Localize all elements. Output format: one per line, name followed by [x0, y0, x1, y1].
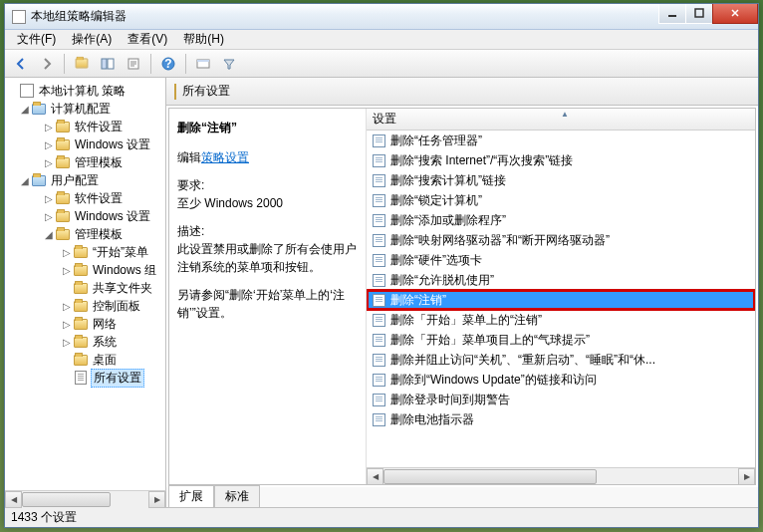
titlebar[interactable]: 本地组策略编辑器: [5, 4, 758, 30]
tree-item[interactable]: ▷ 软件设置: [7, 189, 163, 207]
collapse-icon[interactable]: ◢: [43, 229, 55, 240]
tree-item[interactable]: ▷ Windows 设置: [7, 135, 163, 153]
menu-file[interactable]: 文件(F): [9, 29, 64, 50]
tree-item[interactable]: ▷ Windows 组: [7, 261, 163, 279]
list-row[interactable]: 删除“映射网络驱动器”和“断开网络驱动器”: [367, 230, 755, 250]
scroll-left-button[interactable]: ◀: [367, 468, 383, 485]
list-row[interactable]: 删除「开始」菜单上的“注销”: [367, 310, 755, 330]
tree-item[interactable]: ▷ 管理模板: [7, 153, 163, 171]
edit-policy-link[interactable]: 策略设置: [201, 150, 249, 164]
list-row[interactable]: 删除到“Windows Update”的链接和访问: [367, 370, 755, 390]
options-button[interactable]: [191, 52, 215, 76]
tab-standard[interactable]: 标准: [214, 485, 260, 507]
tree-computer-config[interactable]: ◢ 计算机配置: [7, 100, 163, 118]
list-row-label: 删除并阻止访问“关机”、“重新启动”、“睡眠”和“休...: [390, 352, 655, 369]
svg-rect-1: [695, 9, 703, 17]
expand-icon[interactable]: ▷: [43, 193, 55, 204]
tree-item[interactable]: ▷ 软件设置: [7, 118, 163, 135]
list-row[interactable]: 删除电池指示器: [367, 409, 755, 429]
setting-icon: [371, 292, 386, 308]
folder-icon: [73, 334, 89, 350]
tree-item[interactable]: ▷ Windows 设置: [7, 207, 163, 225]
setting-icon: [371, 232, 386, 248]
setting-icon: [371, 133, 386, 148]
expand-icon[interactable]: ▷: [61, 319, 73, 330]
scroll-right-button[interactable]: ▶: [738, 468, 755, 485]
setting-icon: [371, 372, 386, 388]
menu-view[interactable]: 查看(V): [120, 29, 175, 50]
detail-pane: 删除“注销” 编辑策略设置 要求: 至少 Windows 2000 描述: 此设…: [169, 109, 367, 484]
collapse-icon[interactable]: ◢: [19, 175, 31, 186]
tree-admin-templates[interactable]: ◢ 管理模板: [7, 225, 163, 243]
scroll-left-button[interactable]: ◀: [5, 491, 22, 508]
tree-root[interactable]: 本地计算机 策略: [7, 82, 163, 100]
folder-icon: [73, 298, 89, 314]
expand-icon[interactable]: ▷: [61, 247, 73, 258]
tree-item[interactable]: ▷ 控制面板: [7, 297, 163, 315]
horizontal-scrollbar[interactable]: ◀ ▶: [367, 467, 755, 484]
expand-icon[interactable]: ▷: [61, 265, 73, 276]
list-row-label: 删除“搜索计算机”链接: [390, 172, 506, 189]
list-row[interactable]: 删除登录时间到期警告: [367, 390, 755, 409]
maximize-button[interactable]: [685, 4, 713, 24]
scroll-track[interactable]: [383, 468, 738, 485]
list-column-header[interactable]: 设置 ▲: [367, 109, 755, 131]
list-row[interactable]: 删除“添加或删除程序”: [367, 210, 755, 230]
forward-button[interactable]: [35, 52, 59, 76]
show-hide-tree-button[interactable]: [96, 52, 120, 76]
tree-user-config[interactable]: ◢ 用户配置: [7, 171, 163, 189]
list-row-label: 删除电池指示器: [390, 411, 474, 428]
description-2: 另请参阅“删除‘开始’菜单上的‘注销’”设置。: [177, 286, 358, 322]
tree-item[interactable]: ▷ 系统: [7, 333, 163, 351]
tree-horizontal-scrollbar[interactable]: ◀ ▶: [5, 490, 166, 507]
list-row[interactable]: 删除“硬件”选项卡: [367, 250, 755, 270]
list-row-label: 删除“锁定计算机”: [390, 192, 482, 209]
tree-item[interactable]: 共享文件夹: [7, 279, 163, 297]
list-row[interactable]: 删除“锁定计算机”: [367, 190, 755, 210]
up-button[interactable]: [70, 52, 94, 76]
help-button[interactable]: ?: [156, 52, 180, 76]
expand-icon[interactable]: ▷: [61, 337, 73, 348]
list-row[interactable]: 删除「开始」菜单项目上的“气球提示”: [367, 330, 755, 350]
collapse-icon[interactable]: ◢: [19, 104, 31, 115]
sort-indicator-icon: ▲: [561, 110, 569, 119]
tree-pane[interactable]: 本地计算机 策略 ◢ 计算机配置 ▷ 软件设置 ▷ Windows 设置 ▷ 管…: [5, 78, 166, 507]
minimize-button[interactable]: [658, 4, 686, 24]
list-row[interactable]: 删除“搜索计算机”链接: [367, 170, 755, 190]
list-row[interactable]: 删除并阻止访问“关机”、“重新启动”、“睡眠”和“休...: [367, 350, 755, 370]
toolbar-separator: [64, 54, 65, 74]
filter-button[interactable]: [217, 52, 241, 76]
list-row-label: 删除登录时间到期警告: [390, 392, 510, 408]
list-body[interactable]: 删除“任务管理器”删除“搜索 Internet”/“再次搜索”链接删除“搜索计算…: [367, 131, 755, 467]
export-button[interactable]: [122, 52, 145, 76]
list-row[interactable]: 删除“允许脱机使用”: [367, 270, 755, 290]
folder-icon: [73, 352, 89, 368]
expand-icon[interactable]: ▷: [43, 157, 55, 168]
close-button[interactable]: [712, 4, 758, 24]
setting-icon: [371, 152, 386, 168]
tree-item[interactable]: ▷ 网络: [7, 315, 163, 333]
setting-icon: [371, 192, 386, 208]
tree-item[interactable]: ▷ “开始”菜单: [7, 243, 163, 261]
tree-all-settings[interactable]: 所有设置: [7, 369, 163, 387]
menu-help[interactable]: 帮助(H): [175, 29, 232, 50]
list-row[interactable]: 删除“搜索 Internet”/“再次搜索”链接: [367, 150, 755, 170]
back-button[interactable]: [9, 52, 33, 76]
expand-icon[interactable]: ▷: [43, 122, 55, 133]
list-row-label: 删除「开始」菜单项目上的“气球提示”: [390, 332, 590, 349]
expand-icon[interactable]: ▷: [43, 139, 55, 150]
setting-icon: [371, 312, 386, 328]
menu-action[interactable]: 操作(A): [64, 29, 120, 50]
tab-extended[interactable]: 扩展: [168, 485, 214, 507]
scroll-track[interactable]: [22, 491, 148, 508]
list-row[interactable]: 删除“注销”: [367, 290, 755, 310]
scroll-right-button[interactable]: ▶: [148, 491, 165, 508]
list-row[interactable]: 删除“任务管理器”: [367, 131, 755, 150]
page-icon: [174, 85, 176, 99]
list-row-label: 删除「开始」菜单上的“注销”: [390, 312, 542, 329]
expand-icon[interactable]: ▷: [43, 211, 55, 222]
folder-icon: [55, 119, 71, 134]
expand-icon[interactable]: ▷: [61, 301, 73, 312]
tree-item[interactable]: 桌面: [7, 351, 163, 369]
svg-rect-2: [102, 59, 107, 69]
